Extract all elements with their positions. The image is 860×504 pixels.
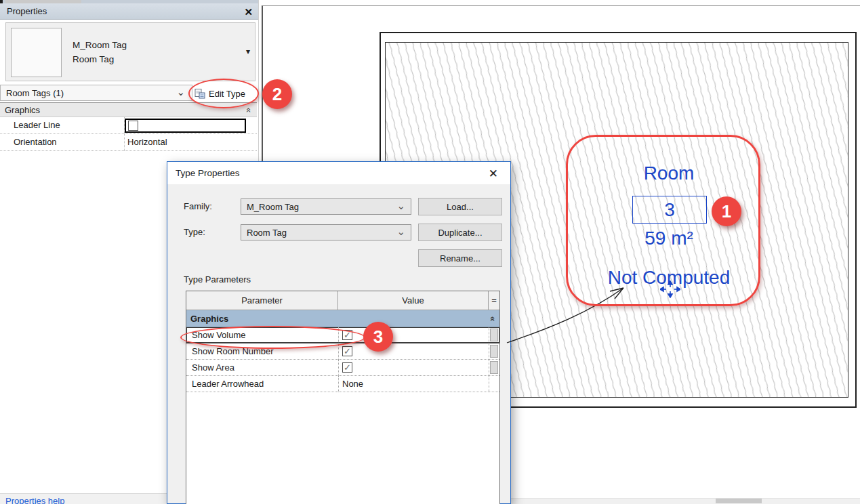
show-room-number-checkbox[interactable]: ✓: [342, 346, 352, 356]
graphics-section-row[interactable]: Graphics «: [186, 310, 499, 327]
type-combo[interactable]: Room Tag ⌄: [241, 224, 411, 240]
orientation-label: Orientation: [14, 137, 57, 147]
badge-2-number: 2: [272, 84, 282, 105]
chevron-down-icon: ⌄: [176, 86, 185, 98]
close-icon[interactable]: ✕: [244, 6, 253, 18]
dialog-titlebar[interactable]: Type Properties ✕: [167, 162, 510, 184]
leader-line-checkbox[interactable]: [128, 121, 138, 131]
eq-column: [489, 343, 499, 360]
horizontal-scrollbar-thumb[interactable]: [716, 499, 762, 503]
badge-3-number: 3: [373, 327, 383, 348]
leader-line-label: Leader Line: [14, 120, 60, 130]
collapse-icon[interactable]: «: [244, 107, 254, 112]
family-combo[interactable]: M_Room Tag ⌄: [241, 198, 411, 215]
duplicate-button[interactable]: Duplicate...: [418, 224, 502, 241]
type-parameters-label: Type Parameters: [184, 274, 251, 285]
show-area-value-cell: ✓: [338, 360, 489, 376]
header-eq-label: =: [491, 295, 497, 306]
annotation-badge-2: 2: [262, 79, 292, 109]
associate-parameter-button[interactable]: [490, 329, 498, 341]
type-combo-value: Room Tag: [247, 228, 287, 238]
dialog-title: Type Properties: [176, 168, 240, 178]
orientation-value[interactable]: Horizontal: [127, 137, 167, 147]
rename-button[interactable]: Rename...: [418, 249, 502, 267]
header-value-label: Value: [402, 295, 424, 306]
property-row-orientation: Orientation Horizontal: [0, 134, 257, 151]
element-filter-label: Room Tags (1): [6, 88, 64, 98]
leader-line-value-cell[interactable]: [125, 119, 246, 133]
type-selector-family: M_Room Tag: [73, 40, 127, 50]
column-separator: [124, 134, 125, 151]
chevron-down-icon: ⌄: [396, 200, 405, 212]
header-parameter: Parameter: [186, 291, 338, 310]
associate-parameter-button[interactable]: [490, 345, 498, 358]
type-thumbnail: [11, 28, 62, 77]
caret-down-icon[interactable]: ▾: [246, 47, 250, 56]
load-button-label: Load...: [447, 202, 474, 212]
annotation-circle-3: [180, 326, 365, 349]
element-filter-combo[interactable]: Room Tags (1) ⌄: [0, 85, 192, 101]
chevron-down-icon: ⌄: [396, 226, 405, 238]
revit-app-window: Room 3 59 m² Not Computed 1 Properties ✕: [0, 0, 860, 504]
header-value: Value: [338, 291, 489, 310]
show-room-number-value-cell: ✓: [338, 343, 489, 360]
annotation-badge-3: 3: [363, 322, 393, 352]
badge-1-number: 1: [722, 201, 731, 222]
duplicate-button-label: Duplicate...: [438, 228, 482, 238]
type-parameters-table: Parameter Value = Graphics « Show Volume…: [186, 291, 500, 504]
close-icon[interactable]: ✕: [489, 167, 498, 181]
annotation-circle-2: [188, 79, 259, 108]
properties-panel-title: Properties: [7, 6, 47, 16]
leader-arrowhead-label: Leader Arrowhead: [192, 379, 264, 389]
show-area-label: Show Area: [192, 362, 234, 373]
type-label: Type:: [184, 227, 205, 237]
leader-arrowhead-value-cell[interactable]: None: [338, 376, 489, 392]
family-label: Family:: [184, 201, 212, 211]
eq-column: [489, 376, 499, 392]
show-area-checkbox[interactable]: ✓: [342, 362, 352, 373]
collapse-icon[interactable]: «: [488, 316, 498, 320]
eq-column: [489, 360, 499, 376]
annotation-badge-1: 1: [712, 196, 741, 226]
load-button[interactable]: Load...: [418, 198, 502, 215]
header-parameter-label: Parameter: [241, 295, 283, 306]
header-eq: =: [489, 291, 499, 310]
eq-column: [489, 327, 499, 343]
check-icon: ✓: [344, 362, 351, 373]
graphics-section-label: Graphics: [5, 105, 40, 115]
graphics-section-label: Graphics: [190, 314, 228, 324]
check-icon: ✓: [344, 346, 351, 356]
type-selector[interactable]: M_Room Tag Room Tag ▾: [5, 22, 255, 81]
row-show-area[interactable]: Show Area ✓: [186, 360, 499, 376]
family-combo-value: M_Room Tag: [247, 202, 299, 212]
leader-arrowhead-value: None: [342, 379, 363, 389]
properties-panel-titlebar: Properties ✕: [0, 3, 258, 20]
row-leader-arrowhead[interactable]: Leader Arrowhead None: [186, 376, 499, 392]
type-selector-type: Room Tag: [73, 54, 114, 64]
associate-parameter-button[interactable]: [490, 361, 498, 374]
rename-button-label: Rename...: [440, 253, 480, 264]
properties-help-link[interactable]: Properties help: [5, 496, 64, 504]
